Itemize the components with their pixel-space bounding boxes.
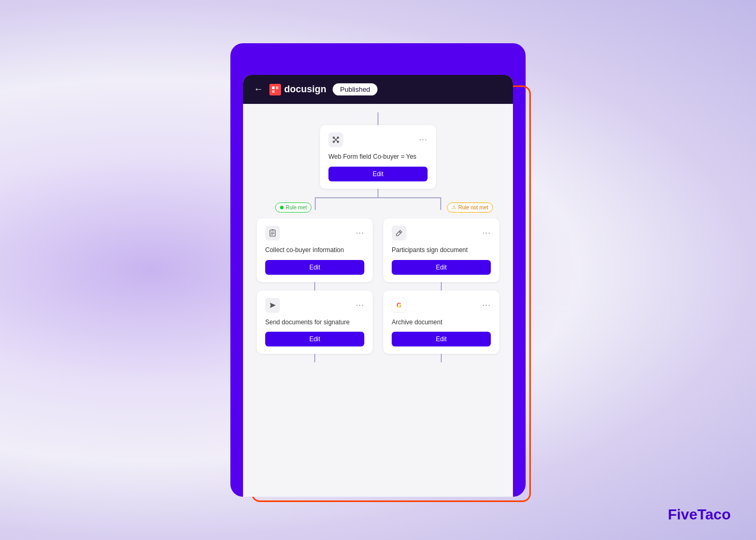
- send-label: Send documents for signature: [265, 318, 364, 327]
- left-bottom-connector: [314, 354, 315, 362]
- published-badge: Published: [333, 83, 377, 95]
- back-button[interactable]: ←: [254, 84, 263, 95]
- collect-label: Collect co-buyer information: [265, 246, 364, 255]
- collect-menu[interactable]: ···: [356, 228, 364, 238]
- g-letter: G: [396, 302, 401, 309]
- svg-rect-1: [276, 86, 278, 89]
- right-bottom-connector: [441, 354, 442, 362]
- two-columns: ··· Collect co-buyer information Edit: [254, 218, 502, 363]
- archive-menu[interactable]: ···: [482, 301, 491, 310]
- fivetaco-logo: FiveTaco: [668, 506, 731, 523]
- rule-met-badge: Rule met: [275, 202, 312, 213]
- participants-sign-card: ··· Participants sign document Edit: [383, 218, 499, 282]
- send-menu[interactable]: ···: [356, 301, 364, 310]
- left-connector: [314, 282, 315, 291]
- flow-canvas: ··· Web Form field Co-buyer = Yes Edit R…: [243, 104, 513, 497]
- collect-edit-button[interactable]: Edit: [265, 260, 364, 275]
- svg-line-14: [399, 232, 401, 233]
- archive-card: G ··· Archive document Edit: [383, 291, 499, 354]
- app-header: ← docusign Published: [243, 75, 513, 104]
- archive-label: Archive document: [392, 318, 491, 327]
- send-edit-button[interactable]: Edit: [265, 332, 364, 346]
- branch-lines: Rule met ⚠ Rule not met: [257, 189, 499, 218]
- app-name-label: docusign: [284, 84, 326, 95]
- sign-icon: [392, 226, 406, 240]
- participants-label: Participants sign document: [392, 246, 491, 255]
- svg-rect-0: [272, 86, 275, 89]
- right-branch: ··· Participants sign document Edit G ··…: [383, 218, 499, 363]
- google-icon: G: [392, 298, 406, 313]
- outer-card: ← docusign Published: [230, 43, 526, 497]
- condition-label: Web Form field Co-buyer = Yes: [328, 152, 428, 161]
- rule-met-label: Rule met: [286, 205, 307, 210]
- participants-edit-button[interactable]: Edit: [392, 260, 491, 275]
- top-connector: [377, 112, 379, 125]
- svg-rect-13: [272, 229, 274, 230]
- collect-icon: [265, 226, 280, 240]
- rule-not-met-icon: ⚠: [452, 205, 456, 210]
- rule-not-met-label: Rule not met: [458, 205, 488, 210]
- app-window: ← docusign Published: [243, 75, 513, 497]
- condition-card: ··· Web Form field Co-buyer = Yes Edit: [320, 125, 436, 189]
- participants-menu[interactable]: ···: [482, 228, 491, 238]
- condition-icon: [328, 132, 343, 147]
- condition-edit-button[interactable]: Edit: [328, 167, 428, 181]
- send-docs-card: ··· Send documents for signature Edit: [257, 291, 373, 354]
- docusign-logo: docusign: [269, 84, 326, 95]
- svg-rect-2: [272, 90, 275, 93]
- collect-cobuyer-card: ··· Collect co-buyer information Edit: [257, 218, 373, 282]
- left-branch: ··· Collect co-buyer information Edit: [257, 218, 373, 363]
- rule-not-met-badge: ⚠ Rule not met: [447, 202, 493, 213]
- archive-edit-button[interactable]: Edit: [392, 332, 491, 346]
- right-connector: [441, 282, 442, 291]
- send-icon: [265, 298, 280, 313]
- docusign-icon: [269, 84, 281, 95]
- rule-met-dot: [280, 206, 284, 209]
- condition-menu[interactable]: ···: [419, 135, 428, 144]
